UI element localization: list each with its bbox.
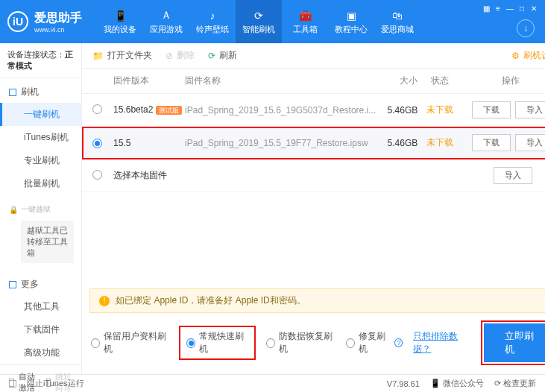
appleid-notice: ! 如已绑定 Apple ID，请准备好 Apple ID和密码。 × bbox=[89, 288, 545, 313]
cell-state: 未下载 bbox=[418, 136, 462, 149]
music-icon: ♪ bbox=[206, 9, 219, 22]
nav-my-device[interactable]: 📱我的设备 bbox=[97, 0, 143, 43]
sidebar: 设备连接状态：正常模式 刷机 一键刷机 iTunes刷机 专业刷机 批量刷机 🔒… bbox=[0, 43, 82, 374]
open-folder-button[interactable]: 📁打开文件夹 bbox=[92, 49, 152, 62]
download-button[interactable]: 下载 bbox=[472, 101, 511, 118]
warning-icon: ! bbox=[99, 296, 110, 306]
flash-now-button[interactable]: 立即刷机 bbox=[484, 323, 545, 362]
opt-keep-data[interactable]: 保留用户资料刷机 bbox=[91, 330, 168, 355]
btn-label: 打开文件夹 bbox=[107, 49, 152, 62]
nav-tools[interactable]: 🧰工具箱 bbox=[282, 0, 328, 43]
nav-label: 教程中心 bbox=[335, 24, 368, 35]
table-row[interactable]: 15.6beta2测试版 iPad_Spring_2019_15.6_19G50… bbox=[82, 94, 545, 127]
notice-text: 如已绑定 Apple ID，请准备好 Apple ID和密码。 bbox=[116, 294, 306, 307]
status-label: 设备连接状态： bbox=[7, 50, 65, 59]
check-update-link[interactable]: ⟳ 检查更新 bbox=[494, 378, 536, 389]
gear-icon: ⚙ bbox=[511, 51, 520, 61]
menu-button[interactable]: ▦ bbox=[481, 3, 491, 13]
delete-button[interactable]: ⊘删除 bbox=[166, 49, 195, 62]
th-version: 固件版本 bbox=[113, 75, 185, 87]
sidebar-item-batch[interactable]: 批量刷机 bbox=[0, 172, 81, 195]
link-label: 检查更新 bbox=[503, 379, 536, 388]
table-row-local[interactable]: 选择本地固件 导入 bbox=[82, 159, 545, 192]
brand-name: 爱思助手 bbox=[34, 10, 82, 26]
refresh-button[interactable]: ⟳刷新 bbox=[208, 49, 237, 62]
th-ops: 操作 bbox=[462, 75, 545, 87]
nav-apps[interactable]: Ａ应用游戏 bbox=[143, 0, 189, 43]
close-button[interactable]: ✕ bbox=[529, 3, 539, 13]
nav-flash[interactable]: ⟳智能刷机 bbox=[236, 0, 282, 43]
th-name: 固件名称 bbox=[185, 75, 376, 87]
square-icon bbox=[9, 281, 16, 288]
row-radio[interactable] bbox=[92, 139, 102, 148]
logo-icon: iU bbox=[7, 11, 28, 32]
info-icon[interactable]: ? bbox=[394, 338, 403, 347]
opt-label: 常规快速刷机 bbox=[199, 330, 248, 355]
download-button[interactable]: 下载 bbox=[472, 134, 511, 151]
import-button[interactable]: 导入 bbox=[494, 167, 532, 184]
device-status: 设备连接状态：正常模式 bbox=[0, 43, 81, 78]
btn-label: 刷机设置 bbox=[523, 49, 545, 62]
brand: iU 爱思助手 www.i4.cn bbox=[7, 10, 82, 34]
table-header: 固件版本 固件名称 大小 状态 操作 bbox=[82, 69, 545, 94]
th-size: 大小 bbox=[376, 75, 418, 87]
jailbreak-note: 越狱工具已转移至工具箱 bbox=[21, 221, 74, 263]
refresh-icon: ⟳ bbox=[252, 9, 265, 22]
sidebar-item-download-fw[interactable]: 下载固件 bbox=[0, 318, 81, 341]
version-label: V7.98.61 bbox=[387, 379, 420, 388]
cell-filename: iPad_Spring_2019_15.6_19G5037d_Restore.i… bbox=[185, 105, 376, 116]
sidebar-group-more[interactable]: 更多 bbox=[0, 274, 81, 295]
apps-icon: Ａ bbox=[160, 9, 173, 22]
beta-tag: 测试版 bbox=[156, 106, 182, 115]
table-row[interactable]: 15.5 iPad_Spring_2019_15.5_19F77_Restore… bbox=[82, 127, 545, 159]
flash-settings-button[interactable]: ⚙刷机设置 bbox=[511, 49, 545, 62]
cell-version: 15.6beta2 bbox=[113, 104, 153, 115]
nav-shop[interactable]: 🛍爱思商城 bbox=[374, 0, 420, 43]
sidebar-item-pro[interactable]: 专业刷机 bbox=[0, 149, 81, 172]
opt-repair-flash[interactable]: 修复刷机? bbox=[346, 330, 403, 355]
opt-label: 保留用户资料刷机 bbox=[104, 330, 168, 355]
square-icon bbox=[9, 89, 16, 96]
group-label: 更多 bbox=[21, 278, 39, 291]
brand-url: www.i4.cn bbox=[34, 26, 82, 34]
cell-state: 未下载 bbox=[418, 104, 462, 116]
opt-anti-recovery[interactable]: 防数据恢复刷机 bbox=[266, 330, 335, 355]
sidebar-group-jailbreak: 🔒 一键越狱 bbox=[0, 201, 81, 218]
skin-button[interactable]: ≡ bbox=[493, 3, 503, 13]
nav-label: 我的设备 bbox=[104, 24, 136, 35]
sidebar-group-flash[interactable]: 刷机 bbox=[0, 81, 81, 103]
sidebar-item-othertools[interactable]: 其他工具 bbox=[0, 295, 81, 318]
opt-label: 修复刷机 bbox=[359, 330, 391, 355]
import-button[interactable]: 导入 bbox=[515, 134, 545, 151]
cell-local: 选择本地固件 bbox=[113, 169, 288, 182]
sidebar-item-oneclick[interactable]: 一键刷机 bbox=[0, 103, 81, 126]
title-bar: iU 爱思助手 www.i4.cn 📱我的设备 Ａ应用游戏 ♪铃声壁纸 ⟳智能刷… bbox=[0, 0, 545, 43]
radio-icon bbox=[186, 338, 195, 348]
primary-highlight: 立即刷机 bbox=[481, 320, 545, 365]
shop-icon: 🛍 bbox=[391, 9, 404, 22]
import-button[interactable]: 导入 bbox=[515, 101, 545, 118]
opt-label: 防数据恢复刷机 bbox=[279, 330, 335, 355]
nav-ringtone[interactable]: ♪铃声壁纸 bbox=[189, 0, 236, 43]
delete-icon: ⊘ bbox=[166, 51, 173, 61]
radio-icon bbox=[346, 338, 355, 348]
sidebar-item-itunes[interactable]: iTunes刷机 bbox=[0, 126, 81, 149]
row-radio[interactable] bbox=[92, 170, 102, 180]
th-state: 状态 bbox=[418, 75, 462, 87]
minimize-button[interactable]: — bbox=[505, 3, 515, 13]
row-radio[interactable] bbox=[92, 104, 102, 114]
footer-label: 阻止iTunes运行 bbox=[27, 378, 84, 389]
nav-label: 爱思商城 bbox=[381, 24, 414, 35]
folder-icon: 📁 bbox=[92, 51, 104, 61]
main-nav: 📱我的设备 Ａ应用游戏 ♪铃声壁纸 ⟳智能刷机 🧰工具箱 ▣教程中心 🛍爱思商城 bbox=[97, 0, 420, 43]
wechat-link[interactable]: 📱 微信公众号 bbox=[430, 378, 484, 389]
nav-tutorial[interactable]: ▣教程中心 bbox=[328, 0, 374, 43]
cell-size: 5.46GB bbox=[376, 105, 418, 116]
maximize-button[interactable]: □ bbox=[517, 3, 527, 13]
opt-normal-flash[interactable]: 常规快速刷机 bbox=[179, 326, 255, 360]
book-icon: ▣ bbox=[344, 9, 358, 22]
block-itunes-checkbox[interactable] bbox=[9, 380, 16, 388]
exclude-data-link[interactable]: 只想排除数据？ bbox=[413, 330, 470, 355]
sidebar-item-advanced[interactable]: 高级功能 bbox=[0, 341, 81, 364]
download-manager-icon[interactable]: ↓ bbox=[517, 19, 535, 37]
